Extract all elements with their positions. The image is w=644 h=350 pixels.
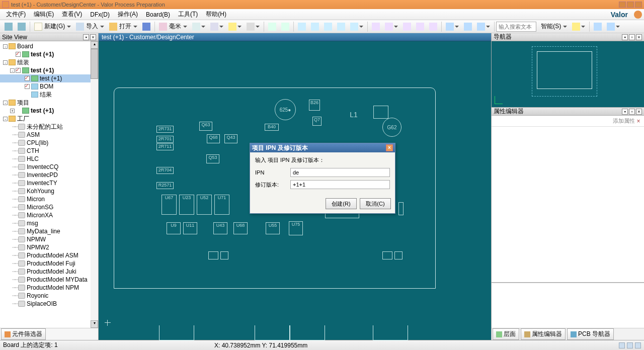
component-u55[interactable]: U55 bbox=[266, 222, 280, 234]
collapse-icon[interactable]: - bbox=[3, 44, 8, 49]
navigator-view[interactable] bbox=[492, 41, 644, 108]
tree-node-bom[interactable]: BOM bbox=[0, 82, 98, 91]
tree-node-board[interactable]: -Board bbox=[0, 42, 98, 50]
layer-button-2[interactable] bbox=[461, 21, 474, 32]
checkbox[interactable] bbox=[25, 84, 30, 89]
status-icon-3[interactable] bbox=[635, 342, 641, 348]
open-button[interactable]: 打开 bbox=[107, 21, 140, 32]
origin-button[interactable] bbox=[190, 21, 208, 32]
grid-button-5[interactable] bbox=[427, 21, 440, 32]
tree-node-factory[interactable]: -工厂 bbox=[0, 115, 98, 123]
ipn-input[interactable] bbox=[290, 168, 390, 177]
nav-forward-button[interactable] bbox=[15, 21, 28, 32]
tab-pcb-navigator[interactable]: PCB 导航器 bbox=[567, 328, 614, 340]
pin-button[interactable]: ▫ bbox=[629, 109, 635, 115]
new-button[interactable]: 新建(G) bbox=[32, 21, 73, 32]
close-pane-button[interactable]: × bbox=[90, 34, 96, 40]
create-button[interactable]: 创建(R) bbox=[326, 198, 357, 209]
component-2r731[interactable]: 2R731 bbox=[156, 126, 174, 133]
component-u52[interactable]: U52 bbox=[197, 195, 212, 215]
maximize-button[interactable] bbox=[627, 2, 634, 8]
component-u67[interactable]: U67 bbox=[162, 195, 177, 215]
component-u9[interactable]: U9 bbox=[167, 222, 181, 234]
collapse-icon[interactable]: - bbox=[3, 60, 8, 65]
search-input[interactable] bbox=[496, 22, 536, 32]
component-u71[interactable]: U71 bbox=[214, 195, 229, 215]
menu-dfx[interactable]: DFx(D) bbox=[86, 10, 114, 19]
tree-scrollbar[interactable]: ▴ ▾ bbox=[91, 41, 98, 328]
cancel-button[interactable]: 取消(C) bbox=[360, 198, 391, 209]
tree-node-test3[interactable]: test (+1) bbox=[0, 74, 98, 82]
checkbox[interactable] bbox=[16, 52, 21, 57]
expand-icon[interactable]: + bbox=[10, 109, 15, 113]
menu-view[interactable]: 查看(V) bbox=[58, 9, 86, 20]
collapse-icon[interactable]: - bbox=[3, 117, 8, 121]
component-2r704[interactable]: 2R704 bbox=[156, 167, 174, 174]
tree-node-test1[interactable]: test (+1) bbox=[0, 50, 98, 58]
tree-node-assembly[interactable]: -组装 bbox=[0, 58, 98, 66]
tree-node-factory-item[interactable]: ┈┈MyData_line bbox=[0, 227, 98, 235]
tree-node-factory-item[interactable]: ┈┈未分配的工站 bbox=[0, 123, 98, 131]
tree-node-factory-item[interactable]: ┈┈HLC bbox=[0, 155, 98, 163]
tree-node-factory-item[interactable]: ┈┈ProductModel NPM bbox=[0, 284, 98, 292]
component-small4[interactable] bbox=[394, 251, 403, 259]
menu-edit[interactable]: 编辑(E) bbox=[30, 9, 58, 20]
menu-board[interactable]: Board(B) bbox=[142, 10, 174, 19]
menu-tools[interactable]: 工具(T) bbox=[174, 9, 202, 20]
tree-node-factory-item[interactable]: ┈┈ProductModel Fuji bbox=[0, 259, 98, 268]
component-q7[interactable]: Q7 bbox=[312, 117, 321, 126]
tree-node-factory-item[interactable]: ┈┈ASM bbox=[0, 131, 98, 139]
tree-node-test4[interactable]: +test (+1) bbox=[0, 107, 98, 115]
revision-input[interactable] bbox=[290, 180, 390, 189]
zoom-out-button[interactable] bbox=[308, 21, 321, 32]
tree-node-test2[interactable]: -test (+1) bbox=[0, 66, 98, 74]
component-2r711[interactable]: 2R711 bbox=[156, 143, 174, 150]
user-icon[interactable] bbox=[634, 11, 642, 19]
component-u43[interactable]: U43 bbox=[213, 222, 227, 234]
dialog-close-button[interactable]: × bbox=[386, 144, 393, 151]
tree-node-project[interactable]: -项目 bbox=[0, 99, 98, 107]
magic-button[interactable] bbox=[570, 21, 588, 32]
dock-button[interactable]: ▪ bbox=[622, 34, 628, 40]
pin-button[interactable]: ▫ bbox=[629, 34, 635, 40]
tree-node-factory-item[interactable]: ┈┈NPMW bbox=[0, 235, 98, 243]
unit-button[interactable]: 毫米 bbox=[156, 21, 190, 32]
pan-tool-button[interactable] bbox=[279, 21, 292, 32]
tree-node-factory-item[interactable]: ┈┈SiplaceOIB bbox=[0, 300, 98, 308]
dialog-title-bar[interactable]: 项目 IPN 及修订版本 × bbox=[250, 143, 395, 152]
tree-node-factory-item[interactable]: ┈┈InventecCQ bbox=[0, 163, 98, 171]
scroll-thumb[interactable] bbox=[91, 49, 98, 79]
view-button-2[interactable] bbox=[604, 21, 622, 32]
scroll-up-button[interactable]: ▴ bbox=[91, 41, 98, 49]
add-property-row[interactable]: 添加属性 × bbox=[492, 116, 644, 127]
tab-property-editor[interactable]: 属性编辑器 bbox=[521, 328, 566, 340]
tree-node-factory-item[interactable]: ┈┈MicronXA bbox=[0, 211, 98, 219]
collapse-icon[interactable]: - bbox=[10, 68, 15, 73]
zoom-fit-button[interactable] bbox=[321, 21, 335, 32]
close-pane-button[interactable]: × bbox=[636, 34, 642, 40]
tree-node-factory-item[interactable]: ┈┈ProductModel ASM bbox=[0, 251, 98, 259]
component-box1[interactable] bbox=[373, 106, 388, 119]
component-g62[interactable]: G62 bbox=[382, 118, 401, 137]
tree-node-factory-item[interactable]: ┈┈msg bbox=[0, 219, 98, 227]
component-b40[interactable]: B40 bbox=[265, 124, 279, 131]
component-b26[interactable]: B26 bbox=[309, 100, 320, 111]
site-tree[interactable]: -Board test (+1) -组装 -test (+1) test (+1… bbox=[0, 41, 98, 328]
component-filter-button[interactable]: 元件筛选器 bbox=[1, 328, 46, 340]
tree-node-factory-item[interactable]: ┈┈KohYoung bbox=[0, 187, 98, 195]
component-u75[interactable]: U75 bbox=[289, 221, 303, 235]
zoom-selection-button[interactable] bbox=[348, 21, 366, 32]
menu-action[interactable]: 操作(A) bbox=[114, 9, 142, 20]
component-u68[interactable]: U68 bbox=[233, 222, 248, 234]
menu-file[interactable]: 文件(F) bbox=[2, 9, 30, 20]
tree-node-factory-item[interactable]: ┈┈CTH bbox=[0, 147, 98, 155]
component-q53[interactable]: Q53 bbox=[206, 154, 219, 163]
grid-button-3[interactable] bbox=[400, 21, 414, 32]
save-button[interactable] bbox=[140, 21, 153, 32]
tree-node-factory-item[interactable]: ┈┈NPMW2 bbox=[0, 243, 98, 251]
status-icon-2[interactable] bbox=[627, 342, 633, 348]
tree-node-factory-item[interactable]: ┈┈Royonic bbox=[0, 292, 98, 300]
import-button[interactable]: 导入 bbox=[73, 21, 107, 32]
status-icon-1[interactable] bbox=[619, 342, 625, 348]
component-q68[interactable]: Q68 bbox=[207, 134, 220, 143]
